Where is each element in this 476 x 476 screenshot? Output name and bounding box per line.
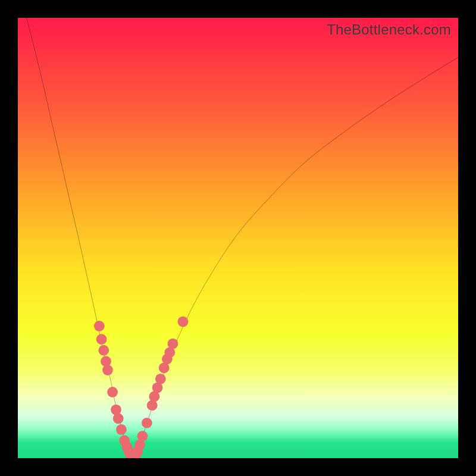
marker-dot [137,431,148,441]
marker-dot [101,356,111,367]
marker-dot [102,365,113,375]
marker-dot [142,418,152,428]
marker-dot [113,414,124,424]
marker-dot [168,339,178,349]
marker-dot [147,400,158,411]
chart-frame: TheBottleneck.com [0,0,476,476]
marker-dots [94,317,188,458]
marker-dot [98,345,109,356]
marker-dot [94,321,105,331]
marker-dot [178,317,189,327]
marker-dot [96,334,107,345]
curve-right [132,58,458,458]
marker-dot [107,387,118,397]
marker-dot [116,424,127,435]
marker-dot [155,374,166,384]
curve-layer [18,18,458,458]
marker-dot [111,405,121,415]
plot-area: TheBottleneck.com [18,18,458,458]
